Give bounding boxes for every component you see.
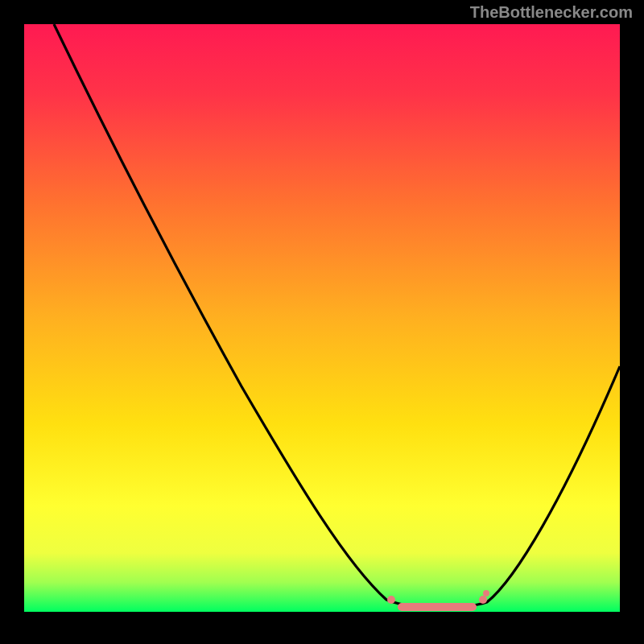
chart-container: TheBottleneсker.com — [0, 0, 644, 644]
svg-point-0 — [387, 596, 395, 604]
svg-point-1 — [479, 596, 487, 604]
attribution-text: TheBottleneсker.com — [470, 3, 633, 22]
plot-area — [24, 24, 620, 612]
chart-svg — [0, 0, 644, 644]
svg-point-2 — [483, 590, 489, 597]
svg-rect-3 — [398, 603, 477, 611]
